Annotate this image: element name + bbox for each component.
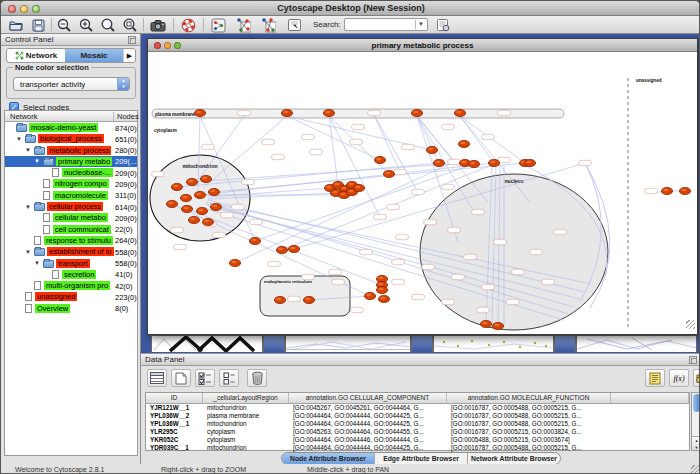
tree-item-label[interactable]: biological_process <box>38 134 104 143</box>
tree-row[interactable]: ▼establishment of lo558(0) <box>5 246 137 257</box>
background-window-fragment[interactable] <box>151 335 263 352</box>
graph-node[interactable] <box>353 184 364 191</box>
window-resize-grip[interactable] <box>686 320 695 329</box>
graph-node[interactable] <box>364 292 375 299</box>
zoom-in-icon[interactable] <box>78 17 94 33</box>
tree-row[interactable]: Overview8(0) <box>5 303 137 314</box>
tree-row[interactable]: unassigned223(0) <box>5 291 137 302</box>
tree-item-label[interactable]: Overview <box>35 304 70 313</box>
network-view-icon[interactable] <box>210 17 226 33</box>
tree-row[interactable]: ▼metabolic process280(0) <box>5 145 137 156</box>
app-resize-grip[interactable] <box>691 465 700 474</box>
graph-node[interactable] <box>303 296 314 303</box>
graph-node[interactable] <box>188 216 199 223</box>
graph-node[interactable] <box>181 205 192 212</box>
graph-node[interactable] <box>433 159 444 166</box>
graph-node[interactable] <box>210 203 221 210</box>
graph-node[interactable] <box>661 187 672 194</box>
network-window-titlebar[interactable]: primary metabolic process <box>148 39 697 52</box>
disclosure-triangle-icon[interactable]: ▼ <box>25 249 31 255</box>
tree-row[interactable]: ▼transport558(0) <box>5 258 137 269</box>
tab-overflow-arrow-icon[interactable]: ▶ <box>123 49 135 62</box>
graph-node[interactable] <box>323 109 334 116</box>
tree-row[interactable]: ▼primary metabo209(... <box>5 156 137 167</box>
graph-node[interactable] <box>194 191 205 198</box>
graph-node[interactable] <box>202 218 213 225</box>
open-folder-icon[interactable] <box>8 17 24 33</box>
snapshot-camera-icon[interactable] <box>150 17 166 33</box>
disclosure-triangle-icon[interactable]: ▼ <box>16 136 22 142</box>
tree-row[interactable]: cellular metabo209(0) <box>5 212 137 223</box>
graph-node[interactable] <box>274 296 285 303</box>
background-window-fragment[interactable] <box>411 335 433 352</box>
table-row[interactable]: YJR121W__1mitochondrion[GO:0045267, GO:0… <box>146 404 689 412</box>
background-window-fragment[interactable] <box>285 335 411 352</box>
search-options-icon[interactable] <box>435 17 451 33</box>
disclosure-triangle-icon[interactable]: ▼ <box>25 147 31 153</box>
tree-item-label[interactable]: cell communicat <box>53 225 111 234</box>
select-attributes-icon[interactable] <box>195 369 215 387</box>
graph-node[interactable] <box>208 188 219 195</box>
tree-item-label[interactable]: nucleobase-... <box>62 168 113 177</box>
graph-node[interactable] <box>249 237 260 244</box>
graph-node[interactable] <box>196 207 207 214</box>
graph-node[interactable] <box>180 194 191 201</box>
graph-node[interactable] <box>454 109 465 116</box>
unselect-attributes-icon[interactable] <box>219 369 239 387</box>
attribute-table-icon[interactable] <box>147 369 167 387</box>
tree-item-label[interactable]: cellular process <box>47 202 103 211</box>
graph-node[interactable] <box>166 200 177 207</box>
tree-row[interactable]: multi-organism pro42(0) <box>5 280 137 291</box>
tree-row[interactable]: ▼cellular process614(0) <box>5 201 137 212</box>
graph-node[interactable] <box>376 286 387 293</box>
graph-node[interactable] <box>524 159 535 166</box>
new-attribute-icon[interactable] <box>171 369 191 387</box>
table-row[interactable]: YPL036W__2plasma membrane[GO:0044464, GO… <box>146 412 689 420</box>
background-window-fragment[interactable] <box>576 335 697 352</box>
tab-node-attribute-browser[interactable]: Node Attribute Browser <box>282 453 375 464</box>
graph-node[interactable] <box>383 170 394 177</box>
graph-node[interactable] <box>374 156 385 163</box>
tab-network[interactable]: Network <box>7 49 65 62</box>
graph-node[interactable] <box>679 187 690 194</box>
tree-item-label[interactable]: establishment of lo <box>47 247 114 256</box>
save-icon[interactable] <box>30 17 46 33</box>
tree-row[interactable]: secretion41(0) <box>5 269 137 280</box>
graph-node[interactable] <box>194 109 205 116</box>
help-lifering-icon[interactable] <box>180 17 196 33</box>
tree-item-label[interactable]: secretion <box>62 270 96 279</box>
tree-item-label[interactable]: transport <box>56 259 90 268</box>
graph-node[interactable] <box>276 246 287 253</box>
formula-icon[interactable]: f(x) <box>669 369 689 387</box>
import-attributes-icon[interactable] <box>693 369 700 387</box>
table-row[interactable]: YPL036W__1mitochondrion[GO:0044464, GO:0… <box>146 420 689 428</box>
network-view-window[interactable]: primary metabolic process plasma membran… <box>147 38 698 335</box>
graph-node[interactable] <box>492 322 503 329</box>
attribute-table-scrollbar[interactable]: ▲▼ <box>691 392 700 451</box>
tree-row[interactable]: ▼biological_process651(0) <box>5 133 137 144</box>
graph-node[interactable] <box>480 320 491 327</box>
column-header[interactable]: _cellularLayoutRegion <box>203 393 289 403</box>
background-window-fragment[interactable] <box>433 335 554 352</box>
zoom-out-icon[interactable] <box>56 17 72 33</box>
graph-node[interactable] <box>229 259 240 266</box>
disclosure-triangle-icon[interactable]: ▼ <box>34 158 40 164</box>
disclosure-triangle-icon[interactable]: ▼ <box>25 204 31 210</box>
layout-icon-a[interactable] <box>235 17 251 33</box>
tab-edge-attribute-browser[interactable]: Edge Attribute Browser <box>375 453 468 464</box>
tree-item-label[interactable]: multi-organism pro <box>44 281 110 290</box>
graph-node[interactable] <box>411 109 422 116</box>
tree-item-label[interactable]: cellular metabo <box>53 213 108 222</box>
tree-row[interactable]: nucleobase-...209(0) <box>5 167 137 178</box>
delete-attribute-icon[interactable] <box>247 369 267 387</box>
zoom-fit-icon[interactable] <box>122 17 138 33</box>
table-row[interactable]: YKR052Ccytoplasm[GO:0044464, GO:0044446,… <box>146 436 689 444</box>
disclosure-triangle-icon[interactable]: ▼ <box>34 260 40 266</box>
tree-item-label[interactable]: nitrogen compo <box>53 179 109 188</box>
column-header[interactable]: ID <box>146 393 203 403</box>
tree-row[interactable]: response to stimulu264(0) <box>5 235 137 246</box>
network-graph[interactable]: plasma membranecytoplasmnucleusmitochond… <box>148 52 697 334</box>
graph-node[interactable] <box>426 146 437 153</box>
background-window-fragment[interactable] <box>263 335 285 352</box>
tab-mosaic[interactable]: Mosaic <box>65 49 123 62</box>
